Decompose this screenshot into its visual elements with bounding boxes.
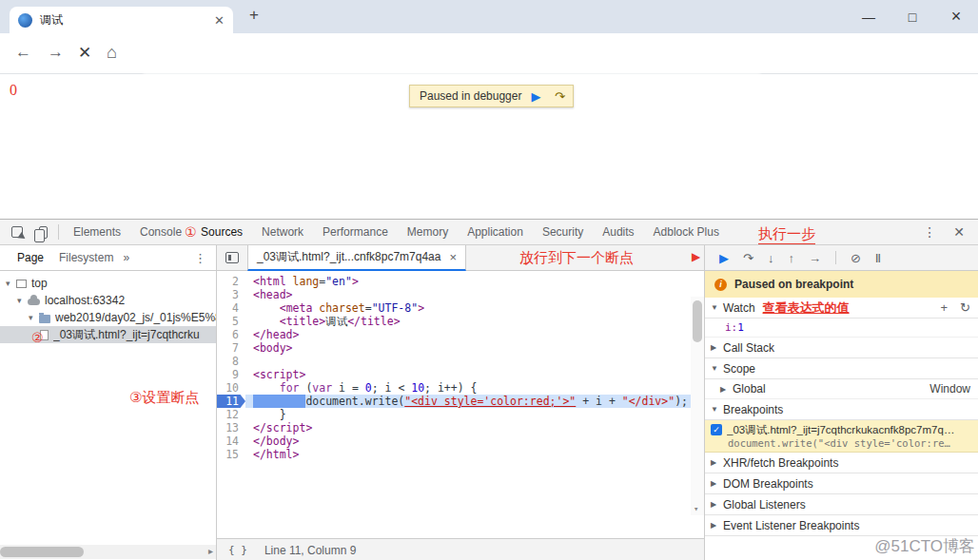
device-toolbar-icon[interactable] <box>39 226 48 239</box>
code-line[interactable]: </script> <box>245 421 691 434</box>
devtools-tab-security[interactable]: Security <box>533 220 593 245</box>
resume-button[interactable]: ▶ <box>719 251 729 265</box>
maximize-button[interactable]: □ <box>890 0 934 33</box>
code-line[interactable]: </body> <box>245 434 691 448</box>
navigator-tab-page[interactable]: Page <box>10 251 51 264</box>
line-number[interactable]: 2 <box>217 275 245 288</box>
code-line[interactable]: <script> <box>245 368 691 381</box>
devtools-tab-console[interactable]: Console <box>130 220 191 245</box>
editor-vertical-scrollbar[interactable]: ▾ <box>691 297 704 515</box>
stop-button[interactable]: ✕ <box>78 43 91 63</box>
devtools-tab-elements[interactable]: Elements <box>64 220 130 245</box>
code-line[interactable]: <html lang="en"> <box>245 275 691 288</box>
add-watch-icon[interactable]: + <box>941 300 949 315</box>
deactivate-breakpoints-button[interactable]: ⊘ <box>851 251 861 265</box>
scrollbar-thumb[interactable] <box>693 300 702 342</box>
navigator-menu-icon[interactable]: ⋮ <box>194 251 216 265</box>
minimize-button[interactable]: — <box>847 0 890 33</box>
code-line[interactable]: <body> <box>245 341 691 355</box>
line-number[interactable]: 5 <box>217 315 245 328</box>
line-number[interactable]: 11 <box>217 395 245 408</box>
section-event-listener-breakpoints[interactable]: ▶Event Listener Breakpoints <box>705 515 978 536</box>
code-token: <script> <box>253 368 305 381</box>
tab-close-icon[interactable]: ✕ <box>214 13 225 28</box>
line-number[interactable]: 12 <box>217 408 245 421</box>
line-number[interactable]: 13 <box>217 421 245 434</box>
devtools-tab-adblock-plus[interactable]: Adblock Plus <box>644 220 729 245</box>
expander-icon[interactable]: ▾ <box>6 279 16 288</box>
code-line[interactable]: <title>调试</title> <box>245 315 691 328</box>
devtools-menu-icon[interactable]: ⋮ <box>923 224 936 240</box>
navigator-tab-filesystem[interactable]: Filesystem <box>51 251 121 264</box>
cursor-position-text: Line 11, Column 9 <box>264 544 357 557</box>
navigator-horizontal-scrollbar[interactable]: ▸ <box>0 545 216 559</box>
checkbox-checked-icon[interactable]: ✓ <box>711 424 722 435</box>
section-watch[interactable]: ▼Watch查看表达式的值+↻ <box>705 298 978 319</box>
section-call-stack[interactable]: ▶Call Stack <box>705 338 978 358</box>
step-button[interactable]: → <box>809 251 821 265</box>
code-token: i = <box>332 381 365 395</box>
line-number[interactable]: 10 <box>217 381 245 395</box>
section-scope[interactable]: ▼Scope <box>705 358 978 379</box>
navigator-overflow-icon[interactable]: » <box>123 251 129 264</box>
devtools-tab-network[interactable]: Network <box>252 220 313 245</box>
devtools-tab-memory[interactable]: Memory <box>398 220 458 245</box>
line-number[interactable]: 6 <box>217 328 245 341</box>
back-button[interactable]: ← <box>15 43 31 62</box>
step-out-button[interactable]: ↑ <box>788 251 794 265</box>
file-tab[interactable]: _03调试.html?_ijt...cnfk8pc7m7q4aa × <box>247 245 466 271</box>
code-line[interactable]: document.write("<div style='color:red;'>… <box>245 395 691 408</box>
banner-step-over-button[interactable]: ↷ <box>550 87 569 106</box>
line-number[interactable]: 9 <box>217 368 245 381</box>
devtools-tab-audits[interactable]: Audits <box>593 220 643 245</box>
section-xhr-fetch-breakpoints[interactable]: ▶XHR/fetch Breakpoints <box>705 453 978 473</box>
forward-button[interactable]: → <box>48 43 64 62</box>
step-into-button[interactable]: ↓ <box>768 251 774 265</box>
line-number[interactable]: 7 <box>217 341 245 355</box>
devtools-tab-performance[interactable]: Performance <box>313 220 398 245</box>
navigator-toggle-icon[interactable] <box>225 252 239 263</box>
scrollbar-thumb[interactable] <box>0 547 84 557</box>
inspect-element-icon[interactable] <box>11 226 23 238</box>
code-line[interactable]: </head> <box>245 328 691 341</box>
step-over-button[interactable]: ↷ <box>743 251 753 265</box>
code-line[interactable]: <head> <box>245 288 691 301</box>
watch-expression[interactable]: i: 1 <box>705 319 978 338</box>
scrollbar-arrow-icon[interactable]: ▸ <box>208 546 213 556</box>
line-number[interactable]: 3 <box>217 288 245 301</box>
code-line[interactable]: } <box>245 408 691 421</box>
line-number[interactable]: 8 <box>217 355 245 368</box>
section-global-listeners[interactable]: ▶Global Listeners <box>705 494 978 515</box>
breakpoint-entry[interactable]: ✓_03调试.html?_ijt=j7cqthcrkukacnfk8pc7m7q… <box>705 420 978 453</box>
tree-item[interactable]: ▾web2019/day02_js/_01js%E5%8 <box>0 309 216 326</box>
line-number[interactable]: 4 <box>217 301 245 315</box>
watch-name: i: <box>725 321 737 334</box>
expander-icon[interactable]: ▾ <box>29 313 39 322</box>
scope-global-row[interactable]: ▶GlobalWindow <box>705 379 978 399</box>
section-breakpoints[interactable]: ▼Breakpoints <box>705 399 978 420</box>
code-line[interactable]: </html> <box>245 448 691 461</box>
scope-name: Global <box>733 382 766 396</box>
devtools-tab-application[interactable]: Application <box>458 220 533 245</box>
refresh-icon[interactable]: ↻ <box>960 300 970 315</box>
file-tab-close-icon[interactable]: × <box>449 250 457 264</box>
tree-item[interactable]: ▾top <box>0 275 216 292</box>
code-line[interactable]: <meta charset="UTF-8"> <box>245 301 691 315</box>
devtools-tab-sources[interactable]: Sources <box>191 220 252 245</box>
code-line[interactable] <box>245 355 691 368</box>
banner-resume-button[interactable]: ▶ <box>526 87 545 106</box>
home-button[interactable]: ⌂ <box>107 43 117 63</box>
new-tab-button[interactable]: + <box>249 6 259 25</box>
code-line[interactable]: for (var i = 0; i < 10; i++) { <box>245 381 691 395</box>
expander-icon[interactable]: ▾ <box>17 296 28 305</box>
pause-on-exceptions-button[interactable]: Ⅱ <box>875 251 881 265</box>
close-window-button[interactable]: × <box>934 0 978 33</box>
tree-item[interactable]: ▾localhost:63342 <box>0 292 216 309</box>
section-dom-breakpoints[interactable]: ▶DOM Breakpoints <box>705 473 978 494</box>
scrollbar-down-arrow-icon[interactable]: ▾ <box>694 504 698 513</box>
line-number[interactable]: 14 <box>217 434 245 448</box>
pretty-print-icon[interactable]: { } <box>228 544 247 556</box>
line-number[interactable]: 15 <box>217 448 245 461</box>
devtools-close-icon[interactable]: ✕ <box>953 224 965 240</box>
browser-tab[interactable]: 调试 ✕ <box>10 7 233 33</box>
